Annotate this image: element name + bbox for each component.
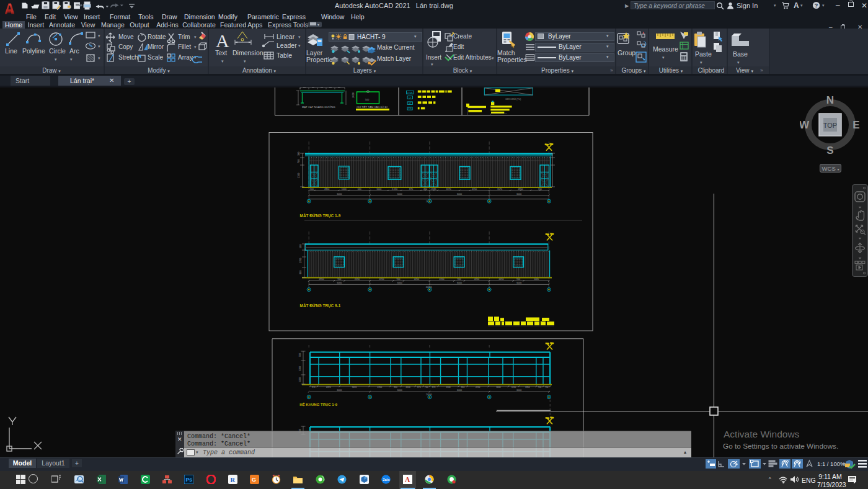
svg-text:3000: 3000 <box>352 386 357 388</box>
svg-text:Arc: Arc <box>69 47 79 55</box>
svg-text:Fillet: Fillet <box>178 43 191 50</box>
svg-text:▾: ▾ <box>98 44 100 48</box>
svg-text:▾: ▾ <box>98 56 100 60</box>
svg-text:PN: PN <box>409 107 412 110</box>
svg-text:Edit Attributes: Edit Attributes <box>453 54 492 61</box>
svg-text:2300: 2300 <box>299 366 301 371</box>
svg-text:6000: 6000 <box>397 193 402 195</box>
svg-text:900: 900 <box>458 278 461 280</box>
svg-text:▾: ▾ <box>70 57 73 61</box>
svg-text:▾: ▾ <box>194 45 197 49</box>
svg-text:6000: 6000 <box>457 389 462 392</box>
svg-text:Text: Text <box>215 49 227 56</box>
svg-text:▾: ▾ <box>662 55 665 60</box>
svg-text:870: 870 <box>432 386 436 388</box>
svg-text:6000: 6000 <box>516 389 521 392</box>
svg-text:▾: ▾ <box>298 43 301 48</box>
svg-text:Zalo: Zalo <box>383 478 390 482</box>
svg-text:2850: 2850 <box>518 188 523 191</box>
svg-text:1570: 1570 <box>497 188 502 191</box>
svg-text:2100: 2100 <box>446 386 451 388</box>
svg-text:300: 300 <box>298 152 300 156</box>
svg-text:CHI TIẾT TẤM VÁN GỒ ĐI: CHI TIẾT TẤM VÁN GỒ ĐI <box>356 105 388 109</box>
svg-text:1000: 1000 <box>342 188 347 191</box>
svg-text:900: 900 <box>516 278 520 280</box>
svg-text:6000: 6000 <box>457 193 462 195</box>
svg-text:Circle: Circle <box>49 47 66 55</box>
svg-text:1000: 1000 <box>352 92 355 98</box>
svg-text:Table: Table <box>277 52 292 59</box>
svg-text:2250: 2250 <box>476 386 480 388</box>
svg-text:A: A <box>216 30 229 51</box>
svg-text:Leader: Leader <box>277 42 297 49</box>
svg-text:Measure: Measure <box>653 45 678 53</box>
svg-text:750: 750 <box>545 386 549 388</box>
svg-text:700: 700 <box>425 386 428 388</box>
svg-text:700: 700 <box>538 188 542 191</box>
svg-text:870: 870 <box>417 386 421 388</box>
svg-text:2850: 2850 <box>324 188 329 191</box>
svg-text:▾: ▾ <box>700 60 702 65</box>
svg-text:Move: Move <box>118 34 134 40</box>
svg-text:Trim: Trim <box>178 34 190 40</box>
svg-text:4150: 4150 <box>472 188 477 191</box>
svg-text:900: 900 <box>397 278 401 280</box>
svg-text:1850: 1850 <box>525 386 530 388</box>
svg-text:6000: 6000 <box>337 193 342 195</box>
svg-text:1050: 1050 <box>512 386 516 388</box>
svg-text:LTDK: LTDK <box>407 92 414 94</box>
svg-text:MẰT ĐỨNG TRỤC 1-9: MẰT ĐỨNG TRỤC 1-9 <box>300 213 341 218</box>
svg-text:2085: 2085 <box>431 188 436 191</box>
svg-text:Ps: Ps <box>186 477 193 483</box>
svg-text:2250: 2250 <box>414 278 419 280</box>
svg-text:Line: Line <box>5 47 17 55</box>
svg-text:R: R <box>231 477 236 483</box>
svg-text:Edit: Edit <box>453 43 464 50</box>
svg-text:E: E <box>852 119 859 131</box>
svg-text:Dimension: Dimension <box>232 49 264 56</box>
svg-text:850: 850 <box>461 386 465 388</box>
svg-text:1200: 1200 <box>299 377 301 382</box>
svg-text:Rotate: Rotate <box>148 34 166 40</box>
svg-text:2-150: 2-150 <box>392 188 397 191</box>
svg-text:300: 300 <box>310 188 314 191</box>
svg-text:500: 500 <box>299 244 302 248</box>
svg-text:900: 900 <box>337 278 341 280</box>
svg-text:460: 460 <box>423 188 427 191</box>
svg-text:Linear: Linear <box>277 33 295 40</box>
svg-text:▾: ▾ <box>737 60 740 65</box>
svg-text:1:1 / 100%: 1:1 / 100% <box>817 460 846 467</box>
svg-text:2250: 2250 <box>355 278 360 280</box>
svg-text:▾: ▾ <box>298 35 301 39</box>
svg-text:6000: 6000 <box>337 282 342 284</box>
svg-text:6000: 6000 <box>457 282 462 284</box>
svg-text:700: 700 <box>298 159 300 163</box>
svg-text:MẰT ĐỨNG TRỤC 9-1: MẰT ĐỨNG TRỤC 9-1 <box>300 303 341 308</box>
svg-text:Paste: Paste <box>695 50 712 58</box>
svg-text:Mirror: Mirror <box>148 43 164 50</box>
svg-text:Polyline: Polyline <box>22 47 45 55</box>
svg-text:850: 850 <box>394 386 397 388</box>
svg-text:700: 700 <box>538 386 542 388</box>
svg-text:3000: 3000 <box>496 386 501 388</box>
svg-text:2090: 2090 <box>326 386 331 388</box>
svg-text:2250: 2250 <box>440 278 445 280</box>
svg-text:Insert: Insert <box>426 54 441 61</box>
svg-text:▾: ▾ <box>98 34 100 38</box>
svg-text:2250: 2250 <box>474 278 479 280</box>
svg-text:▾: ▾ <box>55 57 57 61</box>
svg-text:6000: 6000 <box>337 389 342 392</box>
svg-text:Group: Group <box>618 49 636 56</box>
svg-text:G: G <box>252 477 256 483</box>
svg-text:6000: 6000 <box>516 282 521 284</box>
svg-text:2100: 2100 <box>405 386 410 388</box>
svg-text:N: N <box>826 94 834 106</box>
svg-text:MẶT CẮT NGANG GIƯỜNG: MẶT CẮT NGANG GIƯỜNG <box>302 105 335 109</box>
svg-text:500: 500 <box>365 98 370 101</box>
svg-text:▾: ▾ <box>194 35 197 39</box>
svg-text:S: S <box>826 145 833 156</box>
svg-text:Base: Base <box>733 50 748 58</box>
svg-text:W: W <box>800 119 810 131</box>
svg-text:?: ? <box>815 2 818 9</box>
svg-text:A: A <box>405 476 410 483</box>
